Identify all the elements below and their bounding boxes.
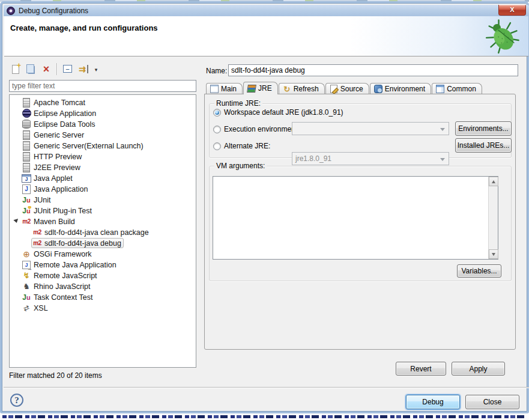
- configuration-tree: Apache Tomcat Eclipse Application Eclips…: [9, 94, 196, 368]
- source-tab-icon: [330, 85, 338, 93]
- main-tab-icon: [210, 85, 219, 93]
- osgi-target-icon: [22, 249, 31, 259]
- debug-button[interactable]: Debug: [406, 395, 460, 409]
- filter-status-text: Filter matched 20 of 20 items: [9, 371, 102, 380]
- tab-common[interactable]: Common: [432, 83, 482, 94]
- window-title: Debug Configurations: [19, 7, 88, 15]
- lightning-icon: [22, 271, 31, 281]
- filter-menu-dropdown-button[interactable]: ▾: [92, 63, 100, 76]
- filter-configurations-button[interactable]: ⇉: [77, 62, 90, 76]
- vm-arguments-textarea[interactable]: [213, 176, 498, 260]
- remote-java-icon: [22, 260, 31, 270]
- help-button[interactable]: ?: [10, 394, 23, 407]
- execution-environment-combo[interactable]: [292, 122, 449, 135]
- name-label: Name:: [206, 67, 227, 75]
- tree-item-j2ee-preview[interactable]: J2EE Preview: [10, 162, 195, 172]
- dialog-header-title: Create, manage, and run configurations: [10, 23, 158, 32]
- configuration-name-input[interactable]: [228, 64, 518, 76]
- java-application-icon: [22, 184, 31, 194]
- server-icon: [22, 98, 31, 108]
- window-icon[interactable]: [7, 7, 15, 15]
- server-icon: [22, 141, 31, 151]
- delete-icon: ×: [43, 64, 50, 74]
- server-icon: [22, 152, 31, 162]
- variables-button[interactable]: Variables...: [457, 264, 501, 278]
- scroll-down-icon[interactable]: [489, 249, 498, 259]
- tree-item-remote-javascript[interactable]: Remote JavaScript: [10, 270, 195, 281]
- debug-bug-icon: [484, 18, 520, 54]
- tab-source[interactable]: Source: [325, 83, 369, 94]
- workspace-default-jre-option[interactable]: Workspace default JRE (jdk1.8.0_91): [213, 108, 343, 117]
- environments-button[interactable]: Environments...: [455, 121, 512, 136]
- tab-main[interactable]: Main: [206, 83, 243, 94]
- close-button[interactable]: Close: [465, 395, 519, 409]
- expand-collapse-arrow-icon[interactable]: [13, 219, 19, 224]
- duplicate-configuration-button[interactable]: [24, 62, 37, 76]
- tree-item-osgi-framework[interactable]: OSGi Framework: [10, 249, 195, 259]
- filter-input[interactable]: [9, 80, 196, 92]
- alternate-jre-option[interactable]: Alternate JRE:: [213, 142, 270, 150]
- tree-item-maven-build[interactable]: Maven Build: [10, 216, 195, 227]
- duplicate-icon: [28, 66, 35, 74]
- maven-icon: [22, 217, 31, 227]
- jre-tab-icon: [247, 85, 256, 93]
- java-applet-icon: [22, 174, 31, 183]
- tree-item-remote-java-application[interactable]: Remote Java Application: [10, 260, 195, 270]
- footer-separator: [4, 387, 529, 388]
- tab-bar: Main JRE Refresh Source Environment Comm…: [206, 82, 483, 94]
- execution-environment-option[interactable]: Execution environment:: [213, 125, 299, 133]
- junit-plugin-icon: [22, 206, 31, 216]
- database-icon: [22, 120, 31, 129]
- close-window-button[interactable]: X: [498, 5, 526, 16]
- chevron-down-icon: ▾: [95, 67, 98, 73]
- title-bar[interactable]: Debug Configurations X: [4, 5, 529, 16]
- background-text-noise: [2, 415, 527, 418]
- server-icon: [22, 130, 31, 140]
- vm-arguments-scrollbar[interactable]: [488, 177, 498, 259]
- tree-item-generic-server[interactable]: Generic Server: [10, 130, 195, 140]
- maven-icon: [32, 239, 42, 248]
- tree-item-eclipse-data-tools[interactable]: Eclipse Data Tools: [10, 119, 195, 129]
- tree-item-sdlt-clean-package[interactable]: sdlt-fo-dd4t-java clean package: [10, 227, 195, 237]
- radio-unselected-icon[interactable]: [213, 126, 221, 133]
- tree-item-generic-server-external[interactable]: Generic Server(External Launch): [10, 141, 195, 151]
- radio-selected-icon[interactable]: [213, 109, 221, 117]
- rhino-icon: [22, 282, 31, 291]
- apply-button[interactable]: Apply: [452, 362, 505, 376]
- alternate-jre-combo[interactable]: jre1.8.0_91: [292, 152, 449, 165]
- new-configuration-button[interactable]: [9, 62, 22, 76]
- tree-item-java-application[interactable]: Java Application: [10, 184, 195, 194]
- collapse-all-button[interactable]: [61, 62, 74, 76]
- tree-item-apache-tomcat[interactable]: Apache Tomcat: [10, 97, 195, 108]
- new-configuration-icon: [12, 65, 19, 74]
- tree-item-junit[interactable]: JUnit: [10, 195, 195, 205]
- tree-item-rhino-javascript[interactable]: Rhino JavaScript: [10, 281, 195, 291]
- background-bottom-strip: [0, 413, 529, 420]
- tree-item-java-applet[interactable]: Java Applet: [10, 173, 195, 183]
- toolbar-separator: [56, 63, 57, 75]
- maven-icon: [32, 228, 42, 237]
- tree-item-xsl[interactable]: XSL: [10, 303, 195, 313]
- eclipse-icon: [22, 109, 31, 118]
- tab-refresh[interactable]: Refresh: [279, 83, 325, 94]
- tree-item-eclipse-application[interactable]: Eclipse Application: [10, 108, 195, 118]
- task-context-icon: [22, 293, 31, 302]
- common-tab-icon: [436, 85, 444, 93]
- radio-unselected-icon[interactable]: [213, 142, 221, 150]
- refresh-tab-icon: [283, 85, 291, 93]
- tree-item-task-context-test[interactable]: Task Context Test: [10, 292, 195, 302]
- scroll-up-icon[interactable]: [489, 177, 498, 186]
- tree-item-junit-plugin-test[interactable]: JUnit Plug-in Test: [10, 205, 195, 216]
- debug-configurations-dialog: Debug Configurations X Create, manage, a…: [0, 1, 529, 413]
- junit-icon: [22, 195, 31, 205]
- revert-button[interactable]: Revert: [396, 362, 446, 376]
- server-icon: [22, 163, 31, 172]
- delete-configuration-button[interactable]: ×: [40, 62, 53, 76]
- runtime-jre-group-label: Runtime JRE:: [214, 99, 262, 108]
- tree-item-http-preview[interactable]: HTTP Preview: [10, 151, 195, 162]
- installed-jres-button[interactable]: Installed JREs...: [455, 138, 512, 153]
- tab-environment[interactable]: Environment: [370, 83, 431, 94]
- tab-jre[interactable]: JRE: [243, 82, 278, 94]
- vm-arguments-group-label: VM arguments:: [214, 162, 267, 170]
- tree-item-sdlt-debug-selected[interactable]: sdlt-fo-dd4t-java debug: [10, 238, 195, 248]
